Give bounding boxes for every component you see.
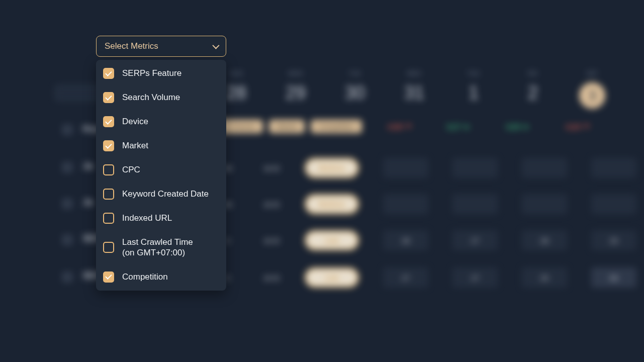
checkbox-checked-icon[interactable]	[103, 272, 114, 283]
row-checkbox[interactable]	[63, 273, 72, 282]
metric-option-label: Search Volume	[122, 92, 180, 103]
day-abbr: FRI	[518, 70, 548, 76]
metric-chip[interactable]: Market	[269, 120, 305, 133]
day-column[interactable]: SAT3	[577, 70, 607, 109]
cell-market: id-ID	[259, 236, 285, 245]
day-cell[interactable]	[522, 158, 567, 178]
cell-market: id-ID	[259, 200, 285, 209]
metric-option-label: Keyword Created Date	[122, 189, 209, 199]
checkbox-checked-icon[interactable]	[103, 116, 114, 127]
day-number: 2	[518, 82, 548, 104]
calendar-header: SUN28MON29TUE30WED31THU1FRI2SAT3	[221, 70, 607, 109]
metric-option[interactable]: CPC	[103, 164, 219, 175]
day-cell[interactable]: 68	[591, 267, 636, 288]
metric-option[interactable]: Last Crawled Time (on GMT+07:00)	[103, 237, 219, 258]
metric-option-label: Market	[122, 140, 148, 151]
day-number: 29	[281, 82, 311, 104]
delta-value: -0,24	[562, 123, 592, 131]
checkbox-checked-icon[interactable]	[103, 92, 114, 103]
table-row: 00id-IDMedium	[216, 158, 636, 178]
day-abbr: TUE	[340, 70, 370, 76]
day-cell[interactable]	[383, 194, 428, 214]
checkbox-unchecked-icon[interactable]	[103, 213, 114, 224]
row-checkbox[interactable]	[63, 199, 72, 208]
day-cell[interactable]: 27	[383, 267, 428, 288]
triangle-down-icon	[584, 125, 590, 128]
metric-option-label: SERPs Feature	[122, 68, 181, 78]
day-abbr: WED	[399, 70, 429, 76]
checkbox-checked-icon[interactable]	[103, 140, 114, 151]
day-column[interactable]: THU1	[458, 70, 489, 109]
day-number: 30	[340, 82, 370, 104]
select-metrics-trigger[interactable]: Select Metrics	[96, 36, 226, 57]
metric-chips-row: ch VolumeMarketCompetition-0,500,170,33-…	[216, 120, 615, 133]
day-number: 1	[458, 82, 489, 104]
checkbox-unchecked-icon[interactable]	[103, 242, 114, 253]
metric-option[interactable]: Search Volume	[103, 92, 219, 103]
checkbox-unchecked-icon[interactable]	[103, 164, 114, 175]
day-cell[interactable]	[591, 158, 636, 178]
competition-pill: Low	[305, 230, 359, 250]
competition-pill: Low	[305, 267, 359, 288]
day-cell[interactable]: 27	[452, 267, 498, 288]
day-cell[interactable]: 28	[383, 230, 428, 250]
metric-option-label: CPC	[122, 164, 140, 175]
select-metrics-dropdown: Select Metrics SERPs FeatureSearch Volum…	[96, 36, 226, 291]
cell-market: id-ID	[259, 164, 285, 172]
day-abbr: MON	[281, 70, 311, 76]
day-cell[interactable]	[522, 194, 567, 214]
row-checkbox[interactable]	[63, 163, 72, 172]
triangle-up-icon	[523, 125, 529, 128]
metric-option[interactable]: Indexed URL	[103, 213, 219, 224]
table-row: 00id-IDMedium	[216, 194, 636, 214]
day-number-active[interactable]: 3	[579, 82, 605, 109]
metric-option[interactable]: Market	[103, 140, 219, 151]
day-cell[interactable]	[383, 158, 428, 178]
chevron-down-icon	[212, 42, 219, 49]
delta-value: -0,50	[384, 123, 414, 131]
table-row: 0id-IDLow27272568	[216, 267, 636, 288]
delta-value: 0,17	[443, 123, 474, 131]
day-cell[interactable]: 25	[591, 230, 636, 250]
checkbox-checked-icon[interactable]	[103, 68, 114, 79]
day-cell[interactable]	[591, 194, 636, 214]
row-label: Ja	[83, 161, 93, 171]
day-column[interactable]: MON29	[281, 70, 311, 109]
metric-option-label: Competition	[122, 272, 168, 282]
triangle-up-icon	[464, 125, 470, 128]
day-cell[interactable]	[452, 158, 498, 178]
day-column[interactable]: WED31	[399, 70, 429, 109]
day-cell[interactable]	[452, 194, 498, 214]
metric-chip[interactable]: Competition	[311, 120, 361, 133]
select-metrics-menu: SERPs FeatureSearch VolumeDeviceMarketCP…	[96, 60, 226, 291]
checkbox-unchecked-icon[interactable]	[103, 189, 114, 200]
row-label: Ja	[83, 197, 93, 208]
table-row: 0id-IDLow28272825	[216, 230, 636, 250]
competition-pill: Medium	[305, 158, 359, 178]
day-abbr: SAT	[577, 70, 607, 76]
header-checkbox[interactable]	[63, 125, 72, 134]
cell-market: id-ID	[259, 274, 285, 282]
metric-option[interactable]: Competition	[103, 272, 219, 283]
metric-option[interactable]: Device	[103, 116, 219, 127]
triangle-down-icon	[406, 125, 412, 128]
day-column[interactable]: FRI2	[518, 70, 548, 109]
day-cell[interactable]: 28	[522, 230, 567, 250]
metric-option-label: Last Crawled Time (on GMT+07:00)	[122, 237, 193, 258]
day-column[interactable]: TUE30	[340, 70, 370, 109]
metric-option[interactable]: Keyword Created Date	[103, 189, 219, 200]
delta-value: 0,33	[503, 123, 533, 131]
metric-option[interactable]: SERPs Feature	[103, 68, 219, 79]
day-number: 31	[399, 82, 429, 104]
day-cell[interactable]: 27	[452, 230, 498, 250]
select-metrics-label: Select Metrics	[105, 41, 158, 51]
row-checkbox[interactable]	[63, 235, 72, 244]
metric-option-label: Device	[122, 116, 148, 127]
day-abbr: THU	[458, 70, 489, 76]
metric-option-label: Indexed URL	[122, 213, 172, 223]
competition-pill: Medium	[305, 194, 359, 214]
day-cell[interactable]: 25	[522, 267, 567, 288]
